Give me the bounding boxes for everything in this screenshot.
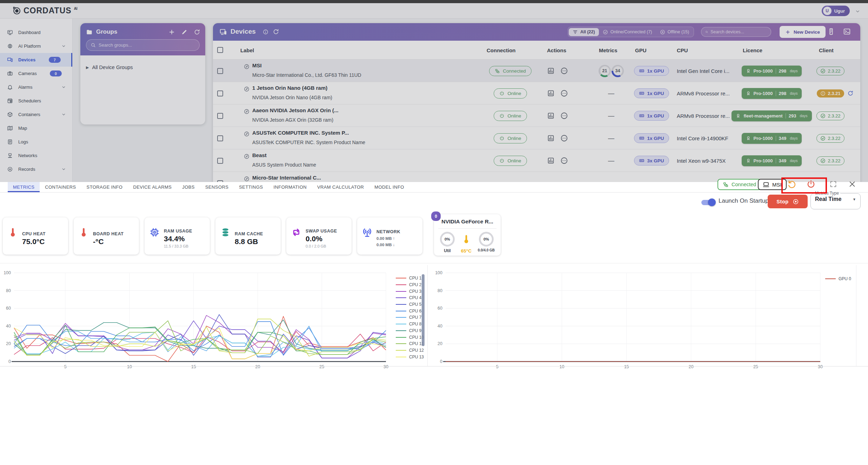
row-checkbox[interactable] xyxy=(217,135,223,141)
sidebar-item-dashboard[interactable]: Dashboard xyxy=(0,26,72,39)
info-icon[interactable] xyxy=(263,29,268,35)
sheet-device-chip[interactable]: MSI xyxy=(758,179,787,190)
chevron-down-icon[interactable] xyxy=(855,9,860,14)
row-checkbox[interactable] xyxy=(217,113,223,119)
tab-storage-info[interactable]: STORAGE INFO xyxy=(81,182,128,192)
legend-item[interactable]: CPU 1 xyxy=(396,275,424,282)
licence-badge[interactable]: Pro-1000349days xyxy=(742,155,802,166)
sidebar-item-devices[interactable]: Devices7 xyxy=(0,53,72,67)
restart-device-button[interactable] xyxy=(787,180,796,189)
tab-containers[interactable]: CONTAINERS xyxy=(40,182,81,192)
gpu-count-chip[interactable]: 1x GPU xyxy=(634,88,669,98)
row-more-actions-button[interactable] xyxy=(560,134,568,142)
update-client-button[interactable] xyxy=(847,90,854,96)
tab-device-alarms[interactable]: DEVICE ALARMS xyxy=(128,182,177,192)
edit-label-icon[interactable] xyxy=(244,131,249,137)
legend-item[interactable]: CPU 5 xyxy=(396,301,424,308)
client-version-chip[interactable]: 2.3.22 xyxy=(816,67,844,75)
add-group-button[interactable] xyxy=(168,29,175,35)
licence-badge[interactable]: Pro-1000298days xyxy=(742,88,802,99)
connection-status-chip[interactable]: Online xyxy=(494,156,527,166)
device-metrics-button[interactable] xyxy=(547,112,555,120)
terminal-button[interactable] xyxy=(843,28,851,35)
legend-item[interactable]: CPU 2 xyxy=(396,282,424,288)
device-metrics-button[interactable] xyxy=(547,89,555,97)
groups-search-input[interactable] xyxy=(99,42,195,48)
legend-item[interactable]: CPU 6 xyxy=(396,308,424,314)
device-metrics-button[interactable] xyxy=(547,134,555,142)
filter-chip-all[interactable]: All (22) xyxy=(569,28,599,36)
tab-information[interactable]: INFORMATION xyxy=(268,182,312,192)
sidebar-item-schedulers[interactable]: Schedulers xyxy=(0,94,72,108)
legend-item[interactable]: CPU 7 xyxy=(396,314,424,321)
sidebar-item-alarms[interactable]: Alarms xyxy=(0,80,72,94)
licence-badge[interactable]: fleet-management293days xyxy=(732,110,812,121)
refresh-devices-button[interactable] xyxy=(273,28,279,35)
close-icon[interactable] xyxy=(848,180,856,188)
sidebar-item-map[interactable]: Map xyxy=(0,121,72,135)
gpu-count-chip[interactable]: 3x GPU xyxy=(634,156,669,166)
filter-chip-offline[interactable]: Offline (15) xyxy=(656,28,693,36)
tab-vram-calculator[interactable]: VRAM CALCULATOR xyxy=(312,182,369,192)
legend-item[interactable]: CPU 4 xyxy=(396,295,424,301)
row-more-actions-button[interactable] xyxy=(560,67,568,75)
refresh-groups-button[interactable] xyxy=(194,29,200,35)
edit-label-icon[interactable] xyxy=(244,176,249,182)
tree-expand-icon[interactable]: ▶ xyxy=(86,65,89,70)
device-metrics-button[interactable] xyxy=(547,67,555,75)
gpu-count-chip[interactable]: 1x GPU xyxy=(634,111,669,121)
gpu-count-chip[interactable]: 1x GPU xyxy=(634,66,669,76)
user-menu-button[interactable]: U Ugur xyxy=(822,6,850,16)
tab-settings[interactable]: SETTINGS xyxy=(234,182,268,192)
devices-search-input[interactable] xyxy=(710,29,767,34)
connection-status-chip[interactable]: Online xyxy=(494,88,527,99)
edit-label-icon[interactable] xyxy=(244,86,249,92)
row-checkbox[interactable] xyxy=(217,68,223,74)
tree-item-all-device-groups[interactable]: ▶ All Device Groups xyxy=(86,65,133,70)
row-checkbox[interactable] xyxy=(217,158,223,164)
device-row-1[interactable]: MSIMicro-Star International Co., Ltd. GF… xyxy=(213,60,860,82)
gpu-count-chip[interactable]: 1x GPU xyxy=(634,133,669,143)
legend-item[interactable]: CPU 9 xyxy=(396,328,424,334)
device-row-3[interactable]: Aaeon NVIDIA Jetson AGX Orin (...NVIDIA … xyxy=(213,105,860,127)
devices-search[interactable] xyxy=(701,27,771,37)
client-version-chip[interactable]: 2.3.22 xyxy=(816,112,844,120)
groups-search[interactable] xyxy=(86,39,200,51)
connection-status-chip[interactable]: Online xyxy=(494,111,527,121)
legend-scrollbar[interactable] xyxy=(422,274,425,346)
new-device-button[interactable]: New Device xyxy=(780,26,826,38)
legend-item[interactable]: GPU 0 xyxy=(825,276,851,282)
sidebar-item-records[interactable]: Records xyxy=(0,162,72,176)
licence-badge[interactable]: Pro-1000349days xyxy=(742,133,802,144)
connection-status-chip[interactable]: Online xyxy=(494,133,527,143)
stop-metrics-button[interactable]: Stop xyxy=(768,195,808,208)
device-metrics-button[interactable] xyxy=(547,157,555,164)
device-rack-view-button[interactable] xyxy=(827,28,835,35)
edit-label-icon[interactable] xyxy=(244,64,249,69)
select-all-checkbox[interactable] xyxy=(217,47,223,53)
legend-item[interactable]: CPU 13 xyxy=(396,353,424,360)
device-row-5[interactable]: BeastASUS System Product NameOnline—3x G… xyxy=(213,149,860,172)
row-more-actions-button[interactable] xyxy=(560,112,568,120)
sidebar-item-networks[interactable]: Networks xyxy=(0,149,72,162)
filter-chip-online[interactable]: Online/Connected (7) xyxy=(599,28,656,36)
legend-item[interactable]: CPU 8 xyxy=(396,321,424,328)
shutdown-device-button[interactable] xyxy=(806,180,816,189)
client-version-chip[interactable]: 2.3.22 xyxy=(816,134,844,143)
sidebar-item-containers[interactable]: Containers xyxy=(0,108,72,121)
edit-group-button[interactable] xyxy=(181,29,188,35)
tab-model-info[interactable]: MODEL INFO xyxy=(369,182,409,192)
legend-item[interactable]: CPU 10 xyxy=(396,334,424,341)
client-version-chip[interactable]: 2.3.22 xyxy=(816,156,844,165)
row-checkbox[interactable] xyxy=(217,90,223,96)
fullscreen-icon[interactable] xyxy=(829,180,837,188)
sidebar-item-cameras[interactable]: Cameras0 xyxy=(0,67,72,80)
legend-item[interactable]: CPU 11 xyxy=(396,341,424,347)
legend-item[interactable]: CPU 3 xyxy=(396,288,424,295)
client-version-chip[interactable]: 2.3.21 xyxy=(817,89,844,97)
device-row-2[interactable]: 1 Jetson Orin Nano (4GB ram)NVIDIA Jetso… xyxy=(213,82,860,105)
tab-sensors[interactable]: SENSORS xyxy=(200,182,234,192)
row-more-actions-button[interactable] xyxy=(560,89,568,97)
device-row-4[interactable]: ASUSTeK COMPUTER INC. System P...ASUSTeK… xyxy=(213,127,860,149)
edit-label-icon[interactable] xyxy=(244,154,249,159)
